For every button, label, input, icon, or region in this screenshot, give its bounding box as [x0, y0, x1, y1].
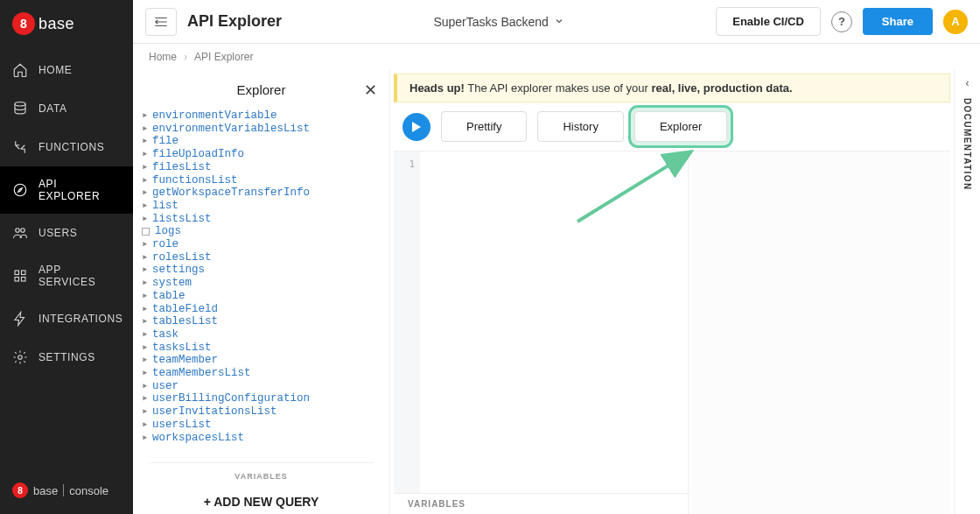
expand-arrow-icon: ▸ — [142, 238, 149, 251]
gear-icon — [12, 349, 28, 365]
prettify-button[interactable]: Prettify — [441, 111, 527, 142]
topbar: API Explorer SuperTasks Backend Enable C… — [133, 0, 980, 44]
expand-arrow-icon: ▸ — [142, 405, 149, 419]
page-title: API Explorer — [187, 12, 282, 31]
tree-item-label: tasksList — [152, 341, 212, 355]
help-button[interactable]: ? — [831, 11, 852, 32]
sidebar-item-functions[interactable]: FUNCTIONS — [0, 128, 133, 166]
tree-item[interactable]: ▸list — [142, 200, 379, 213]
tree-item[interactable]: ▸fileUploadInfo — [142, 148, 379, 161]
history-button[interactable]: History — [537, 111, 623, 142]
sidebar-item-data[interactable]: DATA — [0, 89, 133, 128]
sidebar-item-home[interactable]: HOME — [0, 51, 133, 89]
sidebar-item-label: API EXPLORER — [38, 178, 121, 202]
tree-item-label: settings — [152, 264, 205, 277]
avatar[interactable]: A — [943, 10, 968, 34]
tree-item[interactable]: ▸userInvitationsList — [142, 405, 379, 419]
expand-arrow-icon: ▸ — [142, 161, 149, 174]
expand-arrow-icon: ▸ — [142, 123, 149, 136]
close-icon[interactable]: ✕ — [364, 81, 377, 100]
svg-marker-10 — [412, 122, 421, 132]
footer-suffix: console — [69, 484, 108, 497]
services-icon — [12, 268, 28, 284]
chevron-left-icon[interactable]: ‹ — [966, 77, 970, 89]
tree-item[interactable]: ▸environmentVariable — [142, 109, 379, 123]
tree-item-label: userBillingConfiguration — [152, 392, 310, 405]
tree-item-label: filesList — [152, 161, 212, 174]
tree-item[interactable]: ▸workspacesList — [142, 432, 379, 445]
explorer-tree: ▸environmentVariable▸environmentVariable… — [133, 109, 389, 455]
expand-arrow-icon: ▸ — [142, 354, 149, 367]
tree-item[interactable]: ▸settings — [142, 264, 379, 277]
expand-arrow-icon: ▸ — [142, 290, 149, 303]
bolt-icon — [12, 311, 28, 327]
share-button[interactable]: Share — [863, 8, 933, 35]
tree-item[interactable]: ▸usersList — [142, 419, 379, 432]
tree-item-label: getWorkspaceTransferInfo — [152, 187, 310, 200]
breadcrumb: Home › API Explorer — [133, 44, 980, 70]
editor-panes: 1 VARIABLES — [394, 151, 950, 514]
warning-middle: The API explorer makes use of your — [465, 81, 652, 95]
sidebar-item-label: SETTINGS — [38, 351, 95, 363]
checkbox-icon[interactable] — [142, 228, 150, 236]
tree-item[interactable]: ▸tablesList — [142, 315, 379, 328]
documentation-label[interactable]: DOCUMENTATION — [962, 98, 972, 191]
result-pane — [689, 151, 950, 514]
tree-item[interactable]: ▸environmentVariablesList — [142, 123, 379, 136]
sidebar-item-api-explorer[interactable]: API EXPLORER — [0, 166, 133, 214]
svg-point-9 — [18, 356, 23, 360]
tree-item[interactable]: ▸functionsList — [142, 174, 379, 187]
svg-rect-5 — [15, 271, 19, 275]
tree-item[interactable]: ▸file — [142, 135, 379, 148]
tree-item[interactable]: ▸tasksList — [142, 341, 379, 355]
enable-cicd-button[interactable]: Enable CI/CD — [716, 7, 821, 36]
tree-item[interactable]: ▸teamMember — [142, 354, 379, 367]
tree-item[interactable]: ▸user — [142, 380, 379, 393]
tree-item[interactable]: ▸task — [142, 328, 379, 341]
divider — [149, 462, 374, 463]
tree-item-label: task — [152, 328, 178, 341]
tree-item[interactable]: ▸system — [142, 277, 379, 290]
tree-item[interactable]: ▸role — [142, 238, 379, 251]
users-icon — [12, 225, 28, 241]
chevron-down-icon — [554, 15, 564, 29]
sidebar-item-label: INTEGRATIONS — [38, 313, 122, 325]
sidebar-item-integrations[interactable]: INTEGRATIONS — [0, 299, 133, 338]
tree-item-label: tablesList — [152, 315, 218, 328]
svg-point-1 — [14, 184, 26, 196]
tree-item[interactable]: ▸filesList — [142, 161, 379, 174]
expand-arrow-icon: ▸ — [142, 432, 149, 445]
expand-arrow-icon: ▸ — [142, 187, 149, 200]
tree-item[interactable]: ▸tableField — [142, 303, 379, 316]
expand-arrow-icon: ▸ — [142, 328, 149, 341]
home-icon — [12, 62, 28, 78]
sidebar-item-users[interactable]: USERS — [0, 214, 133, 252]
sidebar-item-app-services[interactable]: APP SERVICES — [0, 252, 133, 299]
run-button[interactable] — [402, 113, 430, 141]
tree-item[interactable]: logs — [142, 225, 379, 238]
brand-logo[interactable]: 8 base — [0, 4, 133, 44]
expand-arrow-icon: ▸ — [142, 392, 149, 405]
collapse-sidebar-button[interactable] — [145, 8, 177, 36]
tree-item-label: userInvitationsList — [152, 405, 277, 419]
tree-item[interactable]: ▸userBillingConfiguration — [142, 392, 379, 405]
workspace-selector[interactable]: SuperTasks Backend — [292, 15, 705, 29]
tree-item[interactable]: ▸rolesList — [142, 251, 379, 264]
expand-arrow-icon: ▸ — [142, 251, 149, 264]
tree-item[interactable]: ▸teamMembersList — [142, 367, 379, 380]
svg-rect-8 — [22, 278, 26, 282]
tree-item-label: fileUploadInfo — [152, 148, 244, 161]
tree-item-label: file — [152, 135, 178, 148]
breadcrumb-home[interactable]: Home — [149, 51, 177, 63]
explorer-button[interactable]: Explorer — [634, 111, 727, 142]
variables-bar[interactable]: VARIABLES — [394, 493, 688, 514]
add-query-button[interactable]: + ADD NEW QUERY — [149, 481, 374, 514]
sidebar-item-label: USERS — [38, 227, 77, 239]
query-editor[interactable] — [420, 151, 688, 493]
sidebar-item-settings[interactable]: SETTINGS — [0, 338, 133, 377]
tree-item-label: logs — [155, 225, 181, 238]
tree-item[interactable]: ▸listsList — [142, 213, 379, 226]
tree-item[interactable]: ▸table — [142, 290, 379, 303]
tree-item[interactable]: ▸getWorkspaceTransferInfo — [142, 187, 379, 200]
sidebar-footer: 8 base console — [0, 467, 133, 514]
